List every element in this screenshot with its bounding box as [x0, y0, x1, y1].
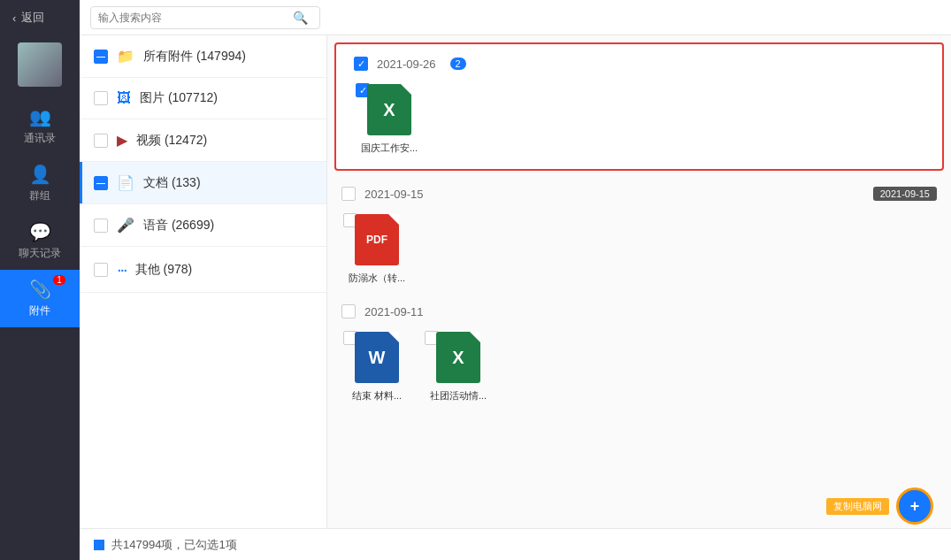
- statusbar: 共147994项，已勾选1项: [80, 528, 951, 560]
- file-icon-box-f1: X: [364, 81, 414, 138]
- file-group-2021-09-11: 2021-09-11 W 结束 材料... X: [327, 295, 951, 413]
- chat-history-icon: 💬: [29, 221, 51, 242]
- attachments-badge: 1: [53, 275, 65, 285]
- category-item-all[interactable]: ─ 📁 所有附件 (147994): [80, 35, 326, 78]
- file-name-f1: 国庆工作安...: [354, 142, 425, 155]
- search-box[interactable]: 🔍: [90, 6, 320, 29]
- search-input[interactable]: [98, 12, 293, 24]
- file-item-f2[interactable]: PDF 防溺水（转...: [341, 211, 412, 285]
- file-name-f2: 防溺水（转...: [341, 272, 412, 285]
- watermark-plus-icon: +: [910, 497, 920, 516]
- search-icon[interactable]: 🔍: [293, 11, 308, 25]
- category-item-images[interactable]: 🖼 图片 (107712): [80, 78, 326, 119]
- sidebar-item-contacts[interactable]: 👥 通讯录: [0, 97, 80, 155]
- cat-label-videos: 视频 (12472): [136, 133, 312, 149]
- groups-icon: 👤: [29, 164, 51, 185]
- cat-icon-docs: 📄: [117, 174, 134, 191]
- date-checkbox-2021-09-15[interactable]: [341, 187, 356, 201]
- cat-label-all: 所有附件 (147994): [143, 49, 312, 65]
- category-item-others[interactable]: ··· 其他 (978): [80, 247, 326, 293]
- file-item-f4[interactable]: X 社团活动情...: [423, 329, 494, 403]
- back-arrow-icon: ‹: [12, 12, 16, 25]
- file-icon-box-f4: X: [433, 329, 483, 386]
- date-label-2021-09-11: 2021-09-11: [364, 305, 424, 318]
- word-icon-f3: W: [355, 332, 399, 383]
- category-list: ─ 📁 所有附件 (147994) 🖼 图片 (107712) ▶ 视频 (12…: [80, 35, 327, 528]
- date-tooltip-2021-09-15: 2021-09-15: [873, 187, 937, 201]
- cat-checkbox-audio[interactable]: [94, 219, 108, 233]
- cat-label-audio: 语音 (26699): [143, 218, 312, 234]
- watermark-label: 复制电脑网: [826, 498, 889, 515]
- sidebar-label-groups: 群组: [29, 188, 50, 203]
- cat-icon-images: 🖼: [117, 90, 131, 106]
- category-item-videos[interactable]: ▶ 视频 (12472): [80, 119, 326, 162]
- pdf-icon-f2: PDF: [355, 214, 399, 265]
- file-name-f3: 结束 材料...: [341, 389, 412, 403]
- cat-label-images: 图片 (107712): [140, 90, 312, 106]
- cat-label-docs: 文档 (133): [143, 175, 312, 191]
- sidebar-item-groups[interactable]: 👤 群组: [0, 155, 80, 212]
- sidebar-label-chat-history: 聊天记录: [19, 246, 61, 261]
- active-bar: [80, 162, 82, 203]
- statusbar-text: 共147994项，已勾选1项: [111, 537, 237, 553]
- cat-checkbox-docs[interactable]: ─: [94, 176, 108, 190]
- cat-checkbox-others[interactable]: [94, 263, 108, 277]
- content-area: ─ 📁 所有附件 (147994) 🖼 图片 (107712) ▶ 视频 (12…: [80, 35, 951, 528]
- main-area: 🔍 ─ 📁 所有附件 (147994) 🖼 图片 (107712) ▶ 视频 (…: [80, 0, 951, 560]
- group-badge: 2: [450, 58, 466, 70]
- date-label-2021-09-26: 2021-09-26: [377, 58, 436, 71]
- topbar: 🔍: [80, 0, 951, 35]
- category-item-docs[interactable]: ─ 📄 文档 (133): [80, 162, 326, 204]
- sidebar-item-attachments[interactable]: 1 📎 附件: [0, 270, 80, 327]
- watermark: 复制电脑网 +: [826, 487, 933, 525]
- files-row-2021-09-26: ✓ X 国庆工作安...: [340, 76, 939, 165]
- back-label: 返回: [21, 10, 44, 26]
- file-area: ✓ 2021-09-26 2 ✓ X 国庆工作安...: [327, 35, 951, 528]
- date-checkbox-2021-09-26[interactable]: ✓: [354, 57, 368, 71]
- category-item-audio[interactable]: 🎤 语音 (26699): [80, 204, 326, 247]
- attachments-icon: 📎: [29, 279, 51, 300]
- date-label-2021-09-15: 2021-09-15: [364, 188, 424, 201]
- file-item-f1[interactable]: ✓ X 国庆工作安...: [354, 81, 425, 155]
- cat-icon-audio: 🎤: [117, 217, 134, 234]
- cat-checkbox-images[interactable]: [94, 91, 108, 105]
- back-button[interactable]: ‹ 返回: [0, 0, 80, 35]
- date-header-2021-09-26: ✓ 2021-09-26 2: [340, 48, 939, 76]
- sidebar-label-contacts: 通讯录: [24, 131, 56, 146]
- excel-icon-f1: X: [367, 84, 411, 135]
- cat-icon-videos: ▶: [117, 132, 127, 149]
- sidebar: ‹ 返回 👥 通讯录 👤 群组 💬 聊天记录 1 📎 附件: [0, 0, 80, 560]
- cat-checkbox-videos[interactable]: [94, 134, 108, 148]
- file-name-f4: 社团活动情...: [423, 389, 494, 403]
- file-icon-box-f2: PDF: [352, 211, 402, 268]
- cat-checkbox-all[interactable]: ─: [94, 50, 108, 64]
- contacts-icon: 👥: [29, 106, 51, 127]
- statusbar-icon: [94, 540, 104, 550]
- excel-icon-f4: X: [436, 332, 480, 383]
- date-header-2021-09-11: 2021-09-11: [327, 295, 951, 324]
- cat-icon-all: 📁: [117, 48, 134, 65]
- date-checkbox-2021-09-11[interactable]: [341, 304, 356, 318]
- sidebar-label-attachments: 附件: [29, 303, 50, 318]
- file-group-2021-09-15: 2021-09-15 2021-09-15 PDF 防溺水（转...: [327, 178, 951, 295]
- cat-icon-others: ···: [117, 259, 127, 280]
- file-item-f3[interactable]: W 结束 材料...: [341, 329, 412, 403]
- avatar[interactable]: [18, 42, 62, 87]
- file-group-2021-09-26: ✓ 2021-09-26 2 ✓ X 国庆工作安...: [334, 42, 944, 171]
- sidebar-item-chat-history[interactable]: 💬 聊天记录: [0, 212, 80, 270]
- file-icon-box-f3: W: [352, 329, 402, 386]
- files-row-2021-09-11: W 结束 材料... X 社团活动情...: [327, 324, 951, 413]
- cat-label-others: 其他 (978): [135, 262, 312, 278]
- files-row-2021-09-15: PDF 防溺水（转...: [327, 206, 951, 295]
- watermark-circle[interactable]: +: [896, 487, 933, 525]
- date-header-2021-09-15: 2021-09-15 2021-09-15: [327, 178, 951, 206]
